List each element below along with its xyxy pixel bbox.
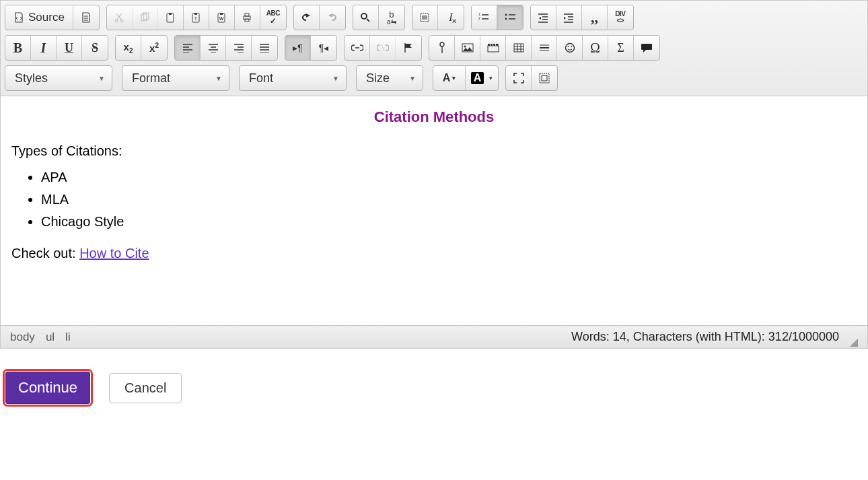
newpage-icon: [81, 12, 92, 23]
chevron-down-icon: ▼: [332, 75, 339, 82]
svg-rect-5: [169, 13, 172, 15]
smiley-button[interactable]: [557, 36, 583, 60]
svg-point-15: [361, 13, 367, 19]
path-item[interactable]: body: [10, 331, 35, 344]
format-label: Format: [132, 71, 170, 85]
replace-button[interactable]: ba⇆: [379, 5, 404, 30]
subscript-button[interactable]: x2: [116, 36, 141, 60]
hr-button[interactable]: [532, 36, 557, 60]
clapperboard-icon: [487, 43, 499, 53]
paste-word-button[interactable]: W: [209, 5, 235, 30]
form-actions: Continue Cancel: [0, 349, 868, 411]
ltr-button[interactable]: ▸¶: [285, 36, 311, 60]
showblocks-icon: [539, 73, 550, 83]
format-dropdown[interactable]: Format ▼: [122, 65, 229, 91]
newpage-button[interactable]: [73, 5, 99, 30]
showblocks-button[interactable]: [532, 66, 557, 90]
underline-button[interactable]: U: [57, 36, 82, 60]
removeformat-icon: I✕: [449, 11, 452, 24]
superscript-button[interactable]: x2: [141, 36, 167, 60]
paste-text-icon: T: [190, 12, 201, 23]
bullet-list-button[interactable]: [497, 5, 523, 30]
styles-dropdown[interactable]: Styles ▼: [5, 65, 112, 91]
div-icon: DIV<>: [615, 11, 625, 24]
undo-button[interactable]: [294, 5, 320, 30]
outro-prefix: Check out:: [11, 246, 79, 261]
svg-rect-24: [488, 46, 499, 52]
video-button[interactable]: [480, 36, 506, 60]
group-undo: [293, 5, 346, 30]
spellcheck-button[interactable]: ABC✓: [260, 5, 286, 30]
table-button[interactable]: [506, 36, 532, 60]
search-icon: [360, 12, 371, 23]
iframe-button[interactable]: [634, 36, 659, 60]
editor-content[interactable]: Citation Methods Types of Citations: APA…: [1, 96, 867, 325]
maximize-button[interactable]: [506, 66, 532, 90]
svg-rect-29: [540, 73, 549, 83]
group-align: [174, 35, 278, 61]
strike-button[interactable]: S: [82, 36, 108, 60]
wordcount: Words: 14, Characters (with HTML): 312/1…: [571, 330, 850, 344]
italic-button[interactable]: I: [31, 36, 57, 60]
align-justify-button[interactable]: [252, 36, 277, 60]
source-button[interactable]: Source: [5, 5, 73, 30]
continue-button[interactable]: Continue: [5, 372, 90, 404]
find-button[interactable]: [353, 5, 379, 30]
bg-color-button[interactable]: A▾: [466, 66, 498, 90]
removeformat-button[interactable]: I✕: [438, 5, 464, 30]
superscript-icon: x2: [149, 42, 159, 54]
div-button[interactable]: DIV<>: [608, 5, 633, 30]
svg-text:2: 2: [478, 16, 480, 20]
numbered-list-button[interactable]: 12: [472, 5, 497, 30]
link-button[interactable]: [345, 36, 370, 60]
print-button[interactable]: [235, 5, 260, 30]
rtl-icon: ¶◂: [319, 42, 329, 53]
how-to-cite-link[interactable]: How to Cite: [79, 246, 149, 261]
paste-icon: [165, 12, 176, 23]
subscript-icon: x2: [124, 41, 133, 55]
path-item[interactable]: li: [65, 331, 71, 344]
svg-rect-7: [194, 13, 197, 15]
path-item[interactable]: ul: [46, 331, 55, 344]
align-left-icon: [182, 43, 193, 53]
indent-button[interactable]: [556, 5, 582, 30]
omega-icon: Ω: [590, 40, 600, 56]
align-right-button[interactable]: [226, 36, 252, 60]
cancel-button[interactable]: Cancel: [109, 373, 182, 403]
align-center-button[interactable]: [201, 36, 226, 60]
unlink-icon: [377, 44, 389, 52]
blockquote-icon: ,,: [591, 9, 598, 26]
copy-button[interactable]: [133, 5, 158, 30]
image-button[interactable]: [455, 36, 480, 60]
outdent-button[interactable]: [531, 5, 556, 30]
words-label: Words:: [571, 330, 610, 343]
size-dropdown[interactable]: Size ▼: [356, 65, 423, 91]
bold-button[interactable]: B: [5, 36, 31, 60]
align-center-icon: [208, 43, 219, 53]
svg-point-27: [567, 46, 569, 47]
elements-path: body ul li: [10, 331, 71, 344]
char-limit: 1000000: [792, 330, 839, 343]
strike-icon: S: [92, 41, 98, 55]
specialchar-button[interactable]: Ω: [583, 36, 608, 60]
paste-text-button[interactable]: T: [184, 5, 209, 30]
selectall-button[interactable]: [412, 5, 438, 30]
sigma-button[interactable]: Σ: [608, 36, 634, 60]
font-dropdown[interactable]: Font ▼: [239, 65, 347, 91]
group-indent: ,, DIV<>: [530, 5, 634, 30]
redo-button[interactable]: [320, 5, 345, 30]
sigma-icon: Σ: [617, 41, 624, 55]
svg-point-28: [571, 46, 572, 47]
toolbar-row-3: Styles ▼ Format ▼ Font ▼ Size ▼ A▾ A▾: [5, 65, 863, 91]
paste-button[interactable]: [158, 5, 184, 30]
cut-button[interactable]: [107, 5, 133, 30]
blockquote-button[interactable]: ,,: [582, 5, 608, 30]
anchor-button[interactable]: [396, 36, 421, 60]
rtl-button[interactable]: ¶◂: [311, 36, 336, 60]
editor-statusbar: body ul li Words: 14, Characters (with H…: [1, 325, 867, 348]
resize-grip[interactable]: [850, 339, 858, 347]
text-color-button[interactable]: A▾: [433, 66, 466, 90]
align-left-button[interactable]: [175, 36, 201, 60]
unlink-button[interactable]: [370, 36, 396, 60]
youtube-button[interactable]: [429, 36, 455, 60]
